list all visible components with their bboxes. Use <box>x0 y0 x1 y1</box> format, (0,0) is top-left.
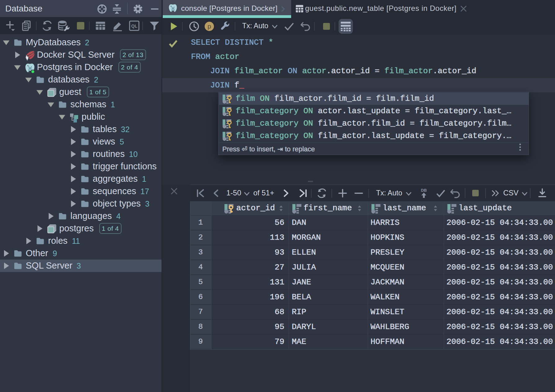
svg-text:QL: QL <box>131 24 137 29</box>
svg-text:DB: DB <box>421 188 427 193</box>
svg-text:p: p <box>207 23 211 30</box>
